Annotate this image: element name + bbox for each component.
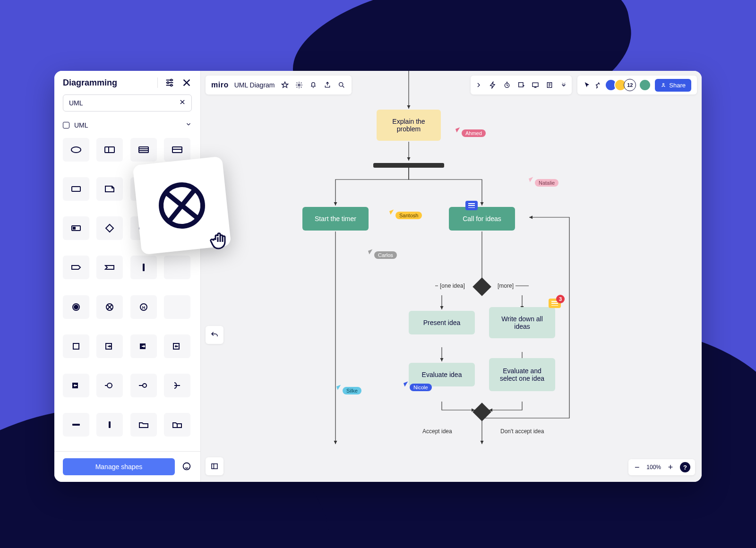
feedback-icon[interactable] [181, 462, 192, 472]
shape-circle-h[interactable]: H [130, 295, 157, 319]
shape-arrow-out[interactable] [96, 334, 123, 358]
svg-point-2 [171, 85, 172, 86]
panel-footer: Manage shapes [54, 451, 200, 482]
shape-empty3[interactable] [164, 295, 190, 319]
comment-indicator[interactable]: 3 [549, 299, 561, 308]
shape-bar-horizontal[interactable] [63, 413, 89, 437]
cursor-carlos: Carlos [369, 245, 397, 259]
shape-connector-1[interactable] [96, 374, 123, 397]
grab-cursor-icon [208, 227, 236, 252]
shape-object[interactable] [63, 216, 89, 240]
panel-title: Diagramming [63, 78, 151, 88]
svg-rect-4 [105, 147, 114, 153]
chevron-down-icon[interactable] [185, 121, 192, 129]
category-uml[interactable]: UML [54, 117, 200, 133]
shape-lined-rect[interactable] [130, 138, 157, 162]
svg-rect-13 [73, 227, 75, 229]
checkbox-icon[interactable] [63, 122, 69, 128]
shape-circle-x[interactable] [96, 295, 123, 319]
settings-sliders-icon[interactable] [164, 77, 175, 88]
comment-count-badge: 3 [556, 295, 565, 303]
svg-rect-21 [73, 343, 79, 349]
canvas[interactable]: miro UML Diagram [201, 71, 702, 482]
shape-square[interactable] [63, 334, 89, 358]
zoom-in-button[interactable]: + [667, 462, 674, 472]
node-call-ideas[interactable]: Call for ideas [449, 207, 515, 231]
node-explain[interactable]: Explain the problem [377, 110, 441, 141]
shape-empty2[interactable] [164, 256, 190, 279]
shapes-panel: Diagramming UML [54, 71, 201, 482]
edge-dont-accept: Don't accept idea [498, 428, 546, 435]
clear-search-icon[interactable] [179, 99, 186, 107]
shape-arrow-in[interactable] [164, 334, 190, 358]
cursor-nicole: Nicole [404, 377, 432, 391]
comment-indicator[interactable] [465, 201, 478, 210]
svg-text:H: H [142, 305, 145, 310]
cursor-natalie: Natalie [529, 172, 558, 187]
svg-point-30 [183, 463, 190, 470]
svg-rect-28 [72, 424, 80, 426]
cursor-ahmed: Ahmed [456, 123, 486, 137]
category-label: UML [74, 121, 180, 129]
shape-bar-vertical[interactable] [130, 256, 157, 279]
edge-one-idea: [one idea] [438, 283, 467, 289]
search-field[interactable] [69, 99, 179, 107]
fork-bar[interactable] [373, 163, 444, 168]
app-window: Diagramming UML [54, 71, 702, 482]
panel-header: Diagramming [54, 71, 200, 94]
svg-point-26 [107, 383, 112, 388]
svg-point-17 [74, 305, 78, 309]
shape-ellipse[interactable] [63, 138, 89, 162]
cursor-silke: Silke [337, 380, 361, 394]
shape-rect[interactable] [63, 177, 89, 201]
shape-arrow-in-filled[interactable] [63, 374, 89, 397]
shape-filled-circle[interactable] [63, 295, 89, 319]
shape-arrow-out-filled[interactable] [130, 334, 157, 358]
shape-diamond[interactable] [96, 216, 123, 240]
shape-bar-vertical-2[interactable] [96, 413, 123, 437]
diagram-edges [201, 71, 702, 482]
shape-split-rect[interactable] [96, 138, 123, 162]
shape-connector-2[interactable] [130, 374, 157, 397]
shape-arc[interactable] [164, 374, 190, 397]
node-write-all[interactable]: Write down all ideas [489, 307, 555, 338]
svg-point-0 [171, 79, 172, 81]
node-start-timer[interactable]: Start the timer [302, 207, 369, 231]
svg-rect-5 [139, 147, 148, 153]
shape-search-input[interactable] [63, 94, 192, 111]
zoom-value[interactable]: 100% [646, 464, 661, 471]
edge-accept: Accept idea [421, 428, 454, 435]
node-eval-select[interactable]: Evaluate and select one idea [489, 358, 555, 391]
svg-point-27 [143, 384, 146, 387]
svg-point-3 [71, 147, 81, 153]
shape-send-signal[interactable] [63, 256, 89, 279]
shape-folder[interactable] [130, 413, 157, 437]
manage-shapes-button[interactable]: Manage shapes [63, 458, 175, 475]
shape-note[interactable] [96, 177, 123, 201]
close-icon[interactable] [181, 77, 192, 88]
svg-rect-29 [109, 421, 111, 428]
svg-point-1 [167, 82, 169, 84]
node-present[interactable]: Present idea [409, 311, 475, 334]
shape-header-rect[interactable] [164, 138, 190, 162]
cursor-santosh: Santosh [390, 205, 422, 219]
svg-rect-15 [143, 264, 145, 271]
shape-receive-signal[interactable] [96, 256, 123, 279]
help-button[interactable]: ? [680, 462, 690, 472]
svg-rect-7 [72, 187, 80, 191]
shape-folder-split[interactable] [164, 413, 190, 437]
edge-more: [more] [496, 283, 515, 289]
zoom-control: − 100% + ? [628, 459, 695, 475]
zoom-out-button[interactable]: − [633, 462, 641, 472]
